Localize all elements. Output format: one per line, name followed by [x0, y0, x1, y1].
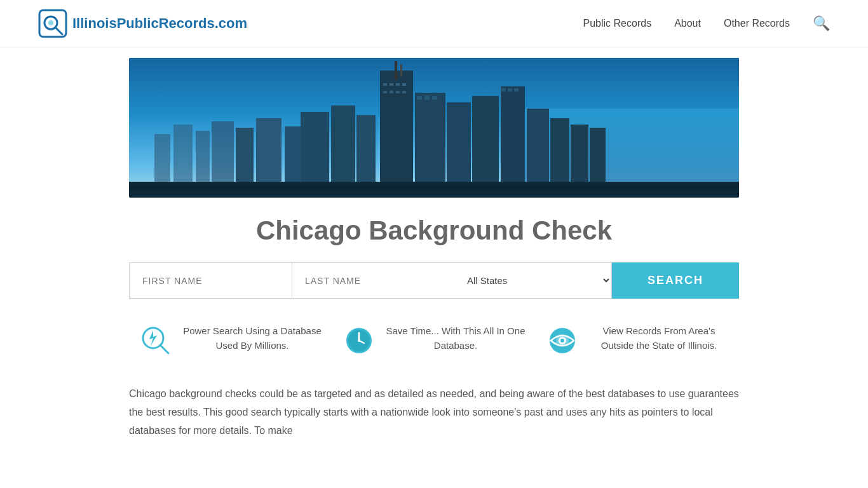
svg-marker-47: [149, 330, 157, 346]
feature-view-records: View Records From Area's Outside the Sta…: [536, 319, 739, 362]
other-records-link[interactable]: Other Records: [724, 18, 790, 29]
svg-rect-24: [402, 83, 406, 86]
svg-rect-30: [417, 96, 422, 100]
logo[interactable]: IllinoisPublicRecords.com: [38, 9, 247, 38]
svg-rect-41: [571, 125, 588, 185]
svg-rect-6: [154, 134, 170, 185]
public-records-link[interactable]: Public Records: [583, 18, 652, 29]
feature-power-search: Power Search Using a Database Used By Mi…: [129, 319, 332, 362]
svg-rect-8: [196, 131, 210, 185]
description-text: Chicago background checks could be as ta…: [129, 385, 739, 440]
page-title: Chicago Background Check: [0, 215, 868, 246]
svg-rect-23: [396, 83, 400, 86]
svg-rect-29: [415, 93, 445, 185]
svg-rect-10: [236, 128, 254, 185]
svg-rect-11: [256, 118, 281, 185]
svg-rect-22: [390, 83, 393, 86]
svg-rect-20: [400, 64, 402, 77]
state-select[interactable]: All StatesAlabamaAlaskaArizonaArkansasCa…: [454, 262, 612, 299]
navbar: IllinoisPublicRecords.com Public Records…: [0, 0, 868, 48]
feature-view-records-text: View Records From Area's Outside the Sta…: [589, 324, 729, 353]
feature-power-search-text: Power Search Using a Database Used By Mi…: [182, 324, 322, 353]
about-link[interactable]: About: [674, 18, 701, 29]
svg-rect-34: [472, 96, 499, 185]
search-icon[interactable]: 🔍: [813, 15, 830, 32]
search-form: All StatesAlabamaAlaskaArizonaArkansasCa…: [129, 262, 739, 299]
svg-rect-14: [331, 105, 355, 185]
feature-save-time-text: Save Time... With This All In One Databa…: [386, 324, 526, 353]
svg-rect-38: [514, 88, 519, 92]
main-content: Chicago Background Check All StatesAlaba…: [0, 215, 868, 440]
svg-point-3: [48, 20, 53, 25]
logo-icon: [38, 9, 67, 38]
svg-rect-26: [390, 91, 393, 93]
svg-rect-7: [173, 125, 193, 185]
features-section: Power Search Using a Database Used By Mi…: [129, 319, 739, 362]
svg-rect-39: [527, 109, 549, 185]
svg-rect-27: [396, 91, 400, 93]
svg-rect-37: [508, 88, 512, 92]
svg-rect-15: [356, 115, 376, 185]
svg-rect-32: [432, 96, 437, 100]
svg-rect-40: [550, 118, 569, 185]
svg-rect-9: [212, 121, 234, 185]
svg-rect-25: [383, 91, 387, 93]
svg-line-2: [55, 27, 62, 34]
svg-rect-12: [285, 126, 301, 185]
svg-rect-28: [402, 91, 406, 93]
svg-line-46: [160, 345, 168, 353]
last-name-input[interactable]: [292, 262, 454, 299]
svg-rect-21: [383, 83, 387, 86]
search-button[interactable]: SEARCH: [612, 262, 739, 299]
svg-rect-35: [501, 86, 525, 185]
svg-rect-44: [129, 185, 739, 190]
svg-point-52: [358, 339, 360, 342]
svg-rect-19: [395, 61, 397, 80]
svg-point-56: [560, 339, 564, 342]
svg-rect-42: [590, 128, 606, 185]
power-search-icon: [139, 324, 172, 357]
svg-rect-31: [424, 96, 430, 100]
time-icon: [342, 324, 376, 357]
first-name-input[interactable]: [129, 262, 292, 299]
feature-save-time: Save Time... With This All In One Databa…: [332, 319, 536, 362]
logo-text: IllinoisPublicRecords.com: [72, 15, 247, 32]
svg-rect-36: [501, 88, 506, 92]
nav-links: Public Records About Other Records 🔍: [583, 15, 830, 32]
svg-rect-13: [301, 112, 329, 185]
svg-rect-33: [447, 102, 471, 185]
hero-image: [129, 58, 739, 198]
view-records-icon: [546, 324, 579, 357]
